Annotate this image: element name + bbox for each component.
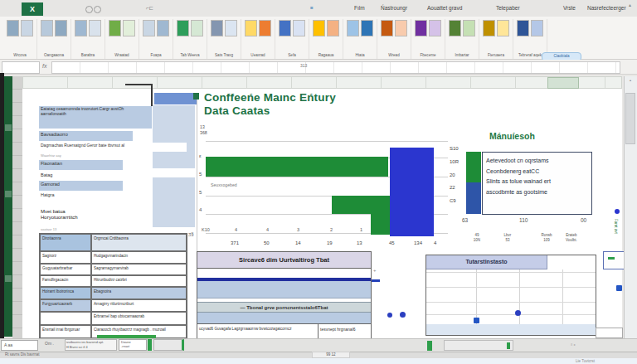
footer-cell[interactable]: tesvnept hrgnanal6: [318, 324, 371, 338]
label-cell[interactable]: Batag: [39, 172, 89, 180]
table-row[interactable]: Furgyuaztcaorarb Arnagirry ritlurtirncrt…: [40, 299, 187, 312]
table-row[interactable]: Sagirorz Hudgagvrnarindacin: [40, 251, 187, 264]
row-headers[interactable]: [12, 76, 22, 338]
ribbon-command-icon[interactable]: [143, 20, 155, 36]
ribbon-command-icon[interactable]: [259, 20, 271, 36]
ribbon-command-icon[interactable]: [327, 20, 339, 36]
tab-label[interactable]: Om .: [45, 341, 54, 346]
footer-cell[interactable]: ucyvad6 Guvagafa Lagzgrnaaornw bvwtcozag…: [197, 324, 318, 338]
label-cell[interactable]: aaataar 13: [39, 227, 89, 232]
ribbon-command-icon[interactable]: [361, 20, 373, 36]
ribbon-command-icon[interactable]: [415, 20, 427, 36]
ribbon-command-icon[interactable]: [497, 20, 509, 36]
label-cell[interactable]: Hatgra: [39, 192, 123, 201]
sheet-tab[interactable]: A aa: [1, 340, 38, 351]
sheet-tab[interactable]: [153, 339, 184, 351]
label-cell[interactable]: Gamorad: [39, 181, 123, 191]
table-cell[interactable]: Erbrarnel bap ubtvcarnaaorab: [91, 312, 187, 325]
label-cell[interactable]: Waaehtar aay: [39, 153, 89, 159]
table-cell[interactable]: Gugyuatarbrarbar: [40, 264, 91, 275]
sheet-tab[interactable]: [444, 340, 513, 351]
chart-bar[interactable]: [371, 214, 390, 235]
formula-input[interactable]: [51, 61, 620, 74]
ribbon-command-icon[interactable]: [279, 20, 291, 36]
table-cell[interactable]: Dirotiaonra: [40, 234, 91, 251]
table-cell[interactable]: Hudgagvrnarindacin: [91, 251, 187, 264]
table-cell[interactable]: Famdfirgacacin: [40, 275, 91, 287]
menu-tab[interactable]: Vrste: [563, 5, 576, 11]
scroll-up-icon[interactable]: ▴: [624, 76, 637, 85]
ribbon-command-icon[interactable]: [429, 20, 441, 36]
scrollbar-thumb[interactable]: [625, 93, 635, 144]
table-cell[interactable]: Furgyuaztcaorarb: [40, 299, 91, 312]
table-row[interactable]: Dirotiaonra Orgrncai.Crdtbaonra: [40, 234, 187, 251]
label-cell[interactable]: Flaonattan: [39, 160, 123, 170]
table-cell[interactable]: Sagrarnagyrnarvirab: [91, 264, 187, 275]
redo-icon[interactable]: ⌐⊏: [146, 5, 153, 12]
ribbon-command-icon[interactable]: [517, 20, 529, 36]
ribbon-command-icon[interactable]: [55, 20, 67, 36]
table-cell[interactable]: Orgrncai.Crdtbaonra: [91, 234, 187, 251]
ribbon-command-icon[interactable]: [245, 20, 257, 36]
undo-icon[interactable]: [94, 6, 101, 13]
ribbon-command-icon[interactable]: [7, 20, 19, 36]
text-box[interactable]: Aetevedoot cn oqrstams Ceonbdenerg eatCC…: [482, 152, 592, 215]
table-cell[interactable]: Hoirarrt Iboirorinca: [40, 287, 91, 299]
label-cell[interactable]: Dagrnachas Ruersatgnd Geror bate tbvrsut…: [39, 143, 187, 152]
menu-tab[interactable]: Aouattet gravd: [427, 5, 462, 11]
menu-tab[interactable]: Fılm: [354, 5, 365, 11]
ribbon-command-icon[interactable]: [449, 20, 461, 36]
ribbon-command-icon[interactable]: [123, 20, 135, 36]
ribbon-command-icon[interactable]: [41, 20, 53, 36]
ribbon-command-icon[interactable]: [463, 20, 475, 36]
menu-tab[interactable]: Ńastroungr: [381, 5, 407, 11]
table-row[interactable]: Hoirarrt Iboirorinca Ebagnoira: [40, 287, 187, 299]
ribbon-command-icon[interactable]: [395, 20, 407, 36]
ribbon-command-icon[interactable]: [293, 20, 305, 36]
ribbon-command-icon[interactable]: [211, 20, 223, 36]
menu-tab[interactable]: Telepaber: [496, 5, 520, 11]
excel-app-icon[interactable]: X: [22, 2, 43, 16]
ribbon-command-icon[interactable]: [191, 20, 203, 36]
share-icon[interactable]: ≡: [310, 5, 314, 11]
ribbon-command-icon[interactable]: [531, 20, 543, 36]
label-cell[interactable]: Bavsadtaorro: [39, 131, 133, 141]
table-cell[interactable]: Erwrtail irnai fbrgoruar: [40, 325, 91, 338]
ribbon-command-icon[interactable]: [347, 20, 359, 36]
horizontal-scrollbar[interactable]: ≡ ±: [571, 342, 576, 347]
table-row[interactable]: Erbrarnel bap ubtvcarnaaorab: [40, 312, 187, 325]
band-blue[interactable]: [197, 281, 371, 298]
ribbon-command-icon[interactable]: [313, 20, 325, 36]
ribbon-command-icon[interactable]: [109, 20, 121, 36]
table-row[interactable]: Gugyuatarbrarbar Sagrarnagyrnarvirab: [40, 264, 187, 275]
table-cell[interactable]: Arnagirry ritlurtirncrtburt: [91, 299, 187, 312]
label-cell[interactable]: Mvet batua Horyotuorarrtitch: [39, 208, 127, 226]
chart-bar[interactable]: [390, 148, 434, 236]
band-blue[interactable]: [197, 313, 371, 323]
table-cell[interactable]: Hitrurtbudtrz caizbri: [91, 275, 187, 287]
ribbon-command-icon[interactable]: [225, 20, 237, 36]
table-cell[interactable]: [40, 312, 91, 325]
table-cell[interactable]: Sagirorz: [40, 251, 91, 264]
table-row[interactable]: Famdfirgacacin Hitrurtbudtrz caizbri: [40, 275, 187, 287]
progress-green-bar: [97, 335, 156, 338]
sheet-tab[interactable]: ivutbavrns ies bavsrnd apt. H Btvrni sci…: [65, 339, 117, 351]
window-control-icon[interactable]: ▲: [628, 2, 632, 7]
ribbon-command-icon[interactable]: [483, 20, 495, 36]
sheet-tab[interactable]: Doune -rnavt: [119, 339, 147, 351]
chart-bar[interactable]: [332, 196, 390, 214]
ribbon-group: Ragaaua: [309, 19, 343, 59]
label-cell[interactable]: Eatatag ceaamonnda troorutort.Cargr avst…: [39, 106, 152, 129]
menu-tab[interactable]: Nasrefecteerger: [587, 5, 626, 11]
ribbon-command-icon[interactable]: [381, 20, 393, 36]
quick-access-icon[interactable]: [85, 6, 93, 13]
ribbon-command-icon[interactable]: [21, 20, 33, 36]
table-cell[interactable]: Ebagnoira: [91, 287, 187, 299]
ribbon-command-icon[interactable]: [157, 20, 169, 36]
cell-box[interactable]: [596, 328, 623, 338]
ribbon-command-icon[interactable]: [89, 20, 101, 36]
ribbon-command-icon[interactable]: [75, 20, 87, 36]
name-box[interactable]: [2, 61, 40, 74]
chart-bar[interactable]: [206, 157, 388, 177]
ribbon-command-icon[interactable]: [177, 20, 189, 36]
